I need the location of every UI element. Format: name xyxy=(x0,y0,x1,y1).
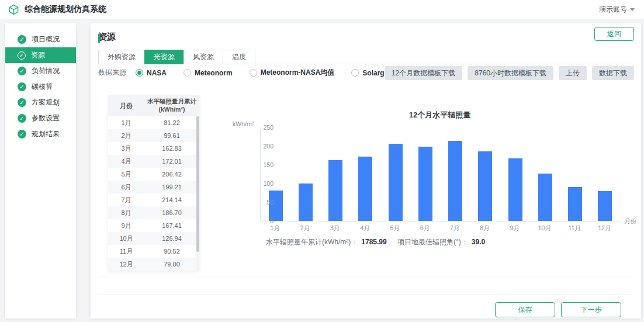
table-scrollbar xyxy=(196,116,199,271)
chart-plot xyxy=(260,127,619,221)
check-circle-icon: ✓ xyxy=(18,35,26,44)
chart-bar xyxy=(598,191,612,221)
chart-bar xyxy=(508,158,522,221)
chart-bar xyxy=(418,147,432,221)
tab-4[interactable]: 温度 xyxy=(223,50,255,64)
chart-x-tick-label: 2月 xyxy=(290,224,320,233)
chart-bar xyxy=(328,160,342,221)
table-row: 12月79.00 xyxy=(108,258,199,271)
chart-bar xyxy=(478,151,492,221)
table-row: 7月214.14 xyxy=(108,193,199,206)
radio-button-icon[interactable] xyxy=(183,69,191,77)
cell-value: 81.22 xyxy=(144,116,199,129)
table-scrollbar-thumb[interactable] xyxy=(196,116,199,252)
table-rows: 1月81.222月99.613月162.834月172.015月206.426月… xyxy=(108,116,199,271)
chart-bar xyxy=(269,191,283,221)
chart-x-tick-label: 12月 xyxy=(589,224,619,233)
chart-title: 12个月水平辐照量 xyxy=(260,110,619,120)
radio-option-2[interactable]: Meteonorm xyxy=(183,69,233,77)
sidebar-item-3[interactable]: ✓负荷情况 xyxy=(5,63,76,79)
cell-month: 10月 xyxy=(108,232,144,245)
chart-bar xyxy=(299,183,313,221)
tab-1[interactable]: 外购资源 xyxy=(98,50,144,64)
save-button[interactable]: 保存 xyxy=(495,302,555,317)
chart-bar xyxy=(389,144,403,221)
cell-value: 172.01 xyxy=(144,155,199,168)
chart-x-axis-line xyxy=(261,221,619,221)
radio-option-3[interactable]: Meteonorm-NASA均值 xyxy=(250,68,335,78)
sidebar-item-label: 负荷情况 xyxy=(32,66,60,76)
summary-label: 水平辐照量年累计(kWh/m²)： xyxy=(266,238,358,246)
sidebar-item-5[interactable]: ✓方案规划 xyxy=(5,95,76,110)
chart-x-tick-label: 4月 xyxy=(349,224,380,233)
cell-month: 9月 xyxy=(108,219,144,232)
cell-value: 99.61 xyxy=(144,129,199,142)
chart-x-tick-label: 10月 xyxy=(529,224,560,233)
chart-y-tick-label: 50 xyxy=(250,199,273,206)
top-header: 综合能源规划仿真系统 演示账号 xyxy=(0,0,644,19)
table-row: 3月162.83 xyxy=(108,142,199,155)
sidebar-item-6[interactable]: ✓参数设置 xyxy=(5,110,76,126)
tab-3[interactable]: 风资源 xyxy=(183,50,223,64)
chart-x-tick-label: 3月 xyxy=(320,224,350,233)
cell-month: 3月 xyxy=(108,142,144,155)
page-title: 资源 xyxy=(98,32,116,43)
sidebar-item-1[interactable]: ✓项目概况 xyxy=(5,32,76,47)
summary-value: 1785.99 xyxy=(361,238,386,246)
chevron-down-icon xyxy=(630,8,635,11)
chart-x-axis-name: 月份 xyxy=(624,217,636,226)
table-row: 2月99.61 xyxy=(108,129,199,142)
chart-bar xyxy=(358,157,372,221)
radio-button-icon[interactable] xyxy=(250,69,257,77)
cell-value: 206.42 xyxy=(144,168,199,181)
chart-x-tick-label: 5月 xyxy=(380,224,410,233)
table-row: 10月126.94 xyxy=(108,232,199,245)
radio-button-icon[interactable] xyxy=(136,69,143,77)
back-button[interactable]: 返回 xyxy=(594,27,634,41)
check-circle-icon: ✓ xyxy=(18,67,26,75)
table-row: 9月167.41 xyxy=(108,219,199,232)
main-panel: 资源 返回 外购资源光资源风资源温度 数据来源 NASAMeteonormMet… xyxy=(91,23,641,318)
radio-option-1[interactable]: NASA xyxy=(136,69,167,77)
sidebar-item-2[interactable]: ✓资源 xyxy=(5,47,76,63)
action-button-3[interactable]: 上传 xyxy=(559,66,587,80)
cell-value: 126.94 xyxy=(144,232,199,245)
divider-bottom xyxy=(98,294,633,295)
sidebar-item-7[interactable]: ✓规划结果 xyxy=(5,126,76,142)
radio-label: Meteonorm-NASA均值 xyxy=(261,68,335,78)
resource-tabs: 外购资源光资源风资源温度 xyxy=(98,50,633,64)
chart-x-tick-label: 1月 xyxy=(260,224,290,233)
next-step-button[interactable]: 下一步 xyxy=(561,302,621,317)
check-circle-icon: ✓ xyxy=(18,82,26,91)
sidebar-item-label: 资源 xyxy=(31,50,45,60)
table-header-month: 月份 xyxy=(108,95,144,116)
check-circle-icon: ✓ xyxy=(18,98,26,107)
summary-value: 39.0 xyxy=(472,238,485,246)
cell-month: 8月 xyxy=(108,206,144,219)
table-row: 5月206.42 xyxy=(108,168,199,181)
chart-x-tick-label: 7月 xyxy=(439,224,470,233)
account-menu[interactable]: 演示账号 xyxy=(599,0,635,19)
chart-y-tick-label: 200 xyxy=(250,143,273,150)
action-button-1[interactable]: 12个月数据模板下载 xyxy=(385,66,462,80)
cell-value: 90.52 xyxy=(144,245,199,258)
sidebar-item-label: 碳核算 xyxy=(32,82,53,92)
sidebar-item-label: 方案规划 xyxy=(32,98,60,108)
app-title: 综合能源规划仿真系统 xyxy=(25,4,106,15)
summary-item-2: 项目地最佳辐照角(°)：39.0 xyxy=(397,237,485,247)
sidebar-item-4[interactable]: ✓碳核算 xyxy=(5,79,76,95)
sidebar-item-label: 规划结果 xyxy=(32,129,60,139)
action-button-2[interactable]: 8760小时数据模板下载 xyxy=(468,66,553,80)
table-row: 4月172.01 xyxy=(108,155,199,168)
cell-month: 2月 xyxy=(108,129,144,142)
tab-2[interactable]: 光资源 xyxy=(144,50,183,64)
cell-value: 214.14 xyxy=(144,193,199,206)
radio-label: Meteonorm xyxy=(195,69,233,77)
bar-chart: 12个月水平辐照量 kWh/m² 月份 0501001502002501月2月3… xyxy=(228,110,637,256)
radio-button-icon[interactable] xyxy=(351,69,359,77)
table-row: 11月90.52 xyxy=(108,245,199,258)
sidebar-menu: ✓项目概况✓资源✓负荷情况✓碳核算✓方案规划✓参数设置✓规划结果 xyxy=(5,32,76,142)
cell-value: 162.83 xyxy=(144,142,199,155)
action-button-4[interactable]: 数据下载 xyxy=(592,66,634,80)
check-circle-icon: ✓ xyxy=(18,51,26,60)
